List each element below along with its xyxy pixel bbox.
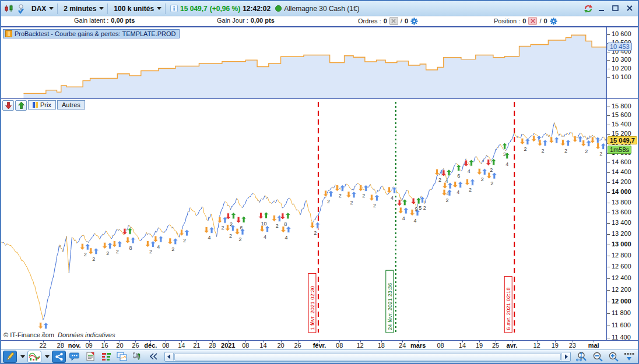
- buy-arrow-icon: [554, 137, 559, 143]
- x-axis-label: 19: [552, 342, 559, 349]
- chat-button[interactable]: [68, 351, 82, 363]
- trade-quantity-label: 2: [524, 146, 526, 152]
- trade-quantity-label: 9: [415, 206, 418, 212]
- refresh-icon[interactable]: [583, 4, 594, 13]
- price-line-segment: [272, 201, 275, 204]
- buy-arrow-icon: [241, 216, 247, 222]
- axis-tick-label: 15 800: [612, 103, 631, 109]
- workspace-button[interactable]: [115, 351, 129, 363]
- price-line-segment: [496, 147, 497, 150]
- horizontal-scrollbar[interactable]: [164, 352, 571, 362]
- zoom-fit-button[interactable]: [575, 351, 589, 363]
- minimize-button[interactable]: [596, 4, 608, 13]
- axis-tick: [607, 223, 610, 224]
- x-axis-label: 12: [356, 342, 363, 349]
- x-axis-label: 08: [437, 342, 444, 349]
- price-line-segment: [297, 210, 300, 215]
- equity-current-badge: 10 453: [608, 43, 632, 51]
- price-line-segment: [290, 198, 293, 204]
- scrollbar-thumb[interactable]: [174, 353, 561, 361]
- cancel-orders-icon[interactable]: [389, 17, 398, 25]
- chart-style-button[interactable]: [27, 351, 41, 363]
- sell-arrow-icon: [477, 168, 482, 175]
- share-button[interactable]: [52, 351, 66, 363]
- buy-arrow-icon: [543, 140, 548, 146]
- candlestick-chart-icon[interactable]: [3, 4, 14, 13]
- sell-arrow-icon: [80, 243, 85, 250]
- orders-mode-icon[interactable]: [16, 3, 26, 14]
- info-icon[interactable]: [170, 5, 178, 12]
- buy-arrow-icon: [328, 190, 333, 197]
- market-open-dot: [275, 5, 282, 12]
- timeframe-dropdown[interactable]: 2 minutes: [60, 3, 108, 14]
- sell-arrow-icon: [272, 215, 277, 221]
- price-line-segment: [150, 234, 153, 238]
- event-line-label: 1 févr. 2021 02:30: [308, 273, 316, 333]
- draw-button[interactable]: [3, 351, 17, 363]
- equity-panel-title[interactable]: ProBacktest - Courbe gains & pertes: TEM…: [3, 29, 180, 38]
- position-status: Position : 0 / 0: [494, 17, 557, 25]
- x-axis-label: 21: [193, 342, 200, 349]
- equity-area: [23, 35, 606, 98]
- price-line-segment: [425, 189, 430, 204]
- price-line-segment: [100, 234, 103, 239]
- x-axis-label: nov.: [68, 342, 81, 349]
- axis-tick: [607, 338, 610, 338]
- orders-gear-icon[interactable]: [410, 17, 418, 25]
- orders-count2: 0: [405, 17, 408, 24]
- buy-arrow-icon: [127, 228, 132, 234]
- price-line-segment: [333, 185, 335, 188]
- instrument-dropdown[interactable]: DAX: [28, 3, 58, 14]
- sell-arrow-icon: [258, 213, 264, 219]
- close-button[interactable]: [624, 4, 636, 13]
- gain-latent-label: Gain latent :: [74, 17, 108, 24]
- price-line-segment: [567, 133, 570, 135]
- settings-button[interactable]: [131, 351, 145, 363]
- price-line-segment: [169, 225, 172, 228]
- price-line-segment: [69, 237, 72, 273]
- x-axis-label: 26: [294, 342, 301, 349]
- scroll-left-icon[interactable]: [165, 353, 174, 361]
- tab-autres[interactable]: Autres: [57, 100, 85, 109]
- quantity-dropdown[interactable]: 100 k unités: [110, 3, 166, 14]
- axis-tick: [607, 290, 610, 291]
- maximize-button[interactable]: [610, 4, 622, 13]
- price-line-segment: [483, 158, 484, 162]
- buy-arrow-icon: [491, 172, 497, 179]
- sell-arrow-icon: [409, 210, 415, 216]
- zoom-out-button[interactable]: [591, 351, 605, 363]
- price-line-segment: [584, 136, 585, 137]
- close-position-icon[interactable]: [528, 17, 537, 25]
- price-tab-icon: [33, 102, 38, 108]
- price-line-segment: [156, 228, 159, 232]
- buy-arrow-icon: [315, 222, 320, 228]
- sell-arrow-icon: [369, 195, 374, 201]
- x-axis-label: 16: [101, 342, 108, 349]
- draw-options-caret[interactable]: [19, 351, 26, 362]
- tab-prix[interactable]: Prix: [28, 100, 56, 109]
- x-axis-label: 18: [378, 342, 385, 349]
- price-line-segment: [556, 126, 559, 136]
- scroll-right-icon[interactable]: [561, 353, 570, 361]
- x-axis-label: 14: [259, 342, 266, 349]
- bottom-toolbar: [1, 349, 638, 363]
- sell-button[interactable]: [2, 100, 14, 111]
- x-axis: 2228nov.09162026déc.08142128202108142026…: [1, 340, 638, 349]
- price-line-segment: [5, 244, 6, 246]
- price-line-segment: [476, 157, 482, 164]
- trade-quantity-label: 2: [221, 225, 224, 231]
- chart-style-options-caret[interactable]: [43, 351, 50, 362]
- periods-button[interactable]: [622, 351, 636, 363]
- price-chart[interactable]: 1 févr. 2021 02:3024 févr. 2021 23:366 a…: [1, 100, 606, 341]
- orderbook-button[interactable]: [99, 351, 113, 363]
- news-button[interactable]: [83, 351, 97, 363]
- chevron-down-icon: [99, 7, 104, 10]
- zoom-in-button[interactable]: [606, 351, 620, 363]
- x-axis-label: 28: [209, 342, 216, 349]
- collapse-toolbar-button[interactable]: [146, 351, 160, 363]
- position-gear-icon[interactable]: [550, 17, 557, 25]
- price-line-segment: [315, 215, 318, 220]
- buy-button[interactable]: [15, 100, 27, 111]
- trade-quantity-label: 8: [129, 245, 132, 251]
- price-line-segment: [330, 187, 333, 190]
